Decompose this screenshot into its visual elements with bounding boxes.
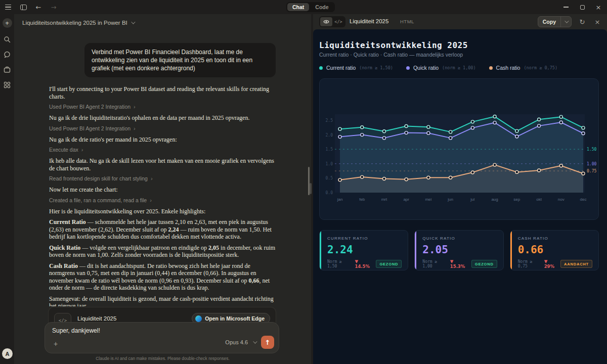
assistant-paragraph: I'll start by connecting to your Power B… (49, 85, 276, 100)
svg-text:1.00: 1.00 (587, 162, 596, 166)
assistant-paragraph: Nu ga ik de drie ratio's per maand in 20… (49, 136, 276, 144)
menu-icon[interactable] (4, 3, 12, 11)
user-avatar[interactable]: A (2, 348, 13, 359)
pane-resize-handle[interactable] (310, 183, 312, 194)
assistant-paragraph: Cash Ratio — dit is het aandachtspunt. D… (49, 262, 276, 292)
svg-text:jan: jan (337, 197, 343, 202)
edge-browser-icon (195, 315, 202, 322)
copy-dropdown-chevron[interactable] (560, 17, 571, 27)
search-icon[interactable] (4, 36, 11, 43)
legend-norm-label: (norm ≥ 1,50) (359, 65, 393, 70)
legend-item: Cash ratio(norm ≥ 0,75) (489, 65, 557, 71)
kpi-norm-text: Norm ≥ 0,75 (518, 259, 541, 268)
kpi-card: CASH RATIO0.66Norm ≥ 0,75▼ 29%AANDACHT (510, 230, 599, 270)
assistant-paragraph: Nu ga ik de drie liquiditeitsratio's oph… (49, 114, 276, 122)
refresh-icon[interactable]: ↻ (578, 17, 587, 26)
assistant-paragraph: Hier is de liquiditeitsontwikkeling over… (49, 208, 276, 215)
svg-text:1.50: 1.50 (587, 147, 596, 152)
legend-series-name: Cash ratio (496, 65, 521, 71)
svg-text:0.75: 0.75 (587, 169, 596, 173)
new-chat-button[interactable]: + (3, 18, 12, 28)
artifact-viewport: Liquiditeitsontwikkeling 2025 Current ra… (313, 29, 607, 364)
attach-plus-button[interactable]: + (51, 339, 60, 348)
send-button[interactable]: ↑ (261, 336, 274, 349)
legend-item: Quick ratio(norm ≥ 1,00) (406, 65, 476, 71)
titlebar: ← → Chat Code × (0, 0, 607, 14)
chat-scroll-area[interactable]: Verbind met Power BI Financieel Dashboar… (49, 43, 276, 306)
tool-use-label: Read frontend design skill for chart sty… (49, 175, 148, 181)
chats-icon[interactable] (4, 51, 11, 58)
apps-grid-icon[interactable] (4, 81, 11, 88)
preview-eye-icon[interactable] (320, 17, 332, 26)
artifact-pane: </> Liquiditeit 2025 HTML Copy ↻ × Liqui… (313, 14, 607, 364)
chevron-right-icon: › (134, 125, 136, 131)
tab-chat[interactable]: Chat (287, 3, 309, 11)
assistant-paragraph: Samengevat: de overall liquiditeit is ge… (49, 295, 276, 307)
svg-text:2.5: 2.5 (326, 118, 333, 123)
tool-use-row[interactable]: Read frontend design skill for chart sty… (49, 175, 276, 181)
tool-use-row[interactable]: Used Power BI Agent 2 Integration› (49, 125, 276, 131)
copy-button[interactable]: Copy (538, 16, 572, 27)
kpi-label: CURRENT RATIO (327, 236, 402, 241)
svg-text:sep: sep (513, 197, 520, 202)
assistant-paragraph: Ik heb alle data. Nu ga ik de skill leze… (49, 157, 276, 172)
tab-code[interactable]: Code (310, 3, 333, 11)
tool-use-label: Execute dax (49, 147, 78, 153)
tool-use-label: Created a file, ran a command, read a fi… (49, 197, 147, 203)
svg-text:dec: dec (580, 197, 587, 202)
artifact-chip-title: Liquiditeit 2025 (77, 315, 116, 322)
legend-dot-icon (319, 66, 323, 70)
legend-item: Current ratio(norm ≥ 1,50) (319, 65, 393, 71)
chart-page-title: Liquiditeitsontwikkeling 2025 (319, 40, 468, 50)
assistant-paragraph: Quick Ratio — volgde een vergelijkbaar p… (49, 244, 276, 259)
assistant-paragraph: Now let me create the chart: (49, 186, 276, 194)
close-window-button[interactable]: × (593, 2, 604, 13)
minimize-button[interactable] (560, 2, 572, 13)
model-selector[interactable]: Opus 4.6 (225, 339, 248, 345)
kpi-delta: ▼ 14.5% (355, 259, 372, 269)
sidebar-toggle-icon[interactable] (19, 3, 27, 11)
conversation-header[interactable]: Liquiditeitsontwikkeling 2025 in Power B… (22, 17, 134, 28)
svg-text:2.0: 2.0 (326, 133, 333, 138)
tool-use-row[interactable]: Execute dax› (49, 147, 276, 153)
projects-icon[interactable] (4, 66, 11, 73)
artifact-format-badge: HTML (400, 19, 414, 24)
kpi-value: 0.66 (518, 244, 592, 255)
chevron-right-icon: › (81, 147, 83, 153)
tool-use-label: Used Power BI Agent 2 Integration (49, 125, 131, 131)
composer-input[interactable]: Super, dankjewel! (52, 327, 100, 334)
kpi-accent-bar (510, 231, 512, 270)
chart-card: 1.501.000.752.52.01.51.00.50.0janfebmrta… (319, 78, 599, 220)
tool-use-row[interactable]: Created a file, ran a command, read a fi… (49, 197, 276, 203)
message-list: I'll start by connecting to your Power B… (49, 85, 276, 306)
svg-text:feb: feb (359, 197, 365, 202)
chart-page-subtitle: Current ratio · Quick ratio · Cash ratio… (319, 52, 463, 58)
tool-use-label: Used Power BI Agent 2 Integration (49, 104, 131, 110)
code-view-icon[interactable]: </> (332, 17, 344, 26)
kpi-row: CURRENT RATIO2.24Norm ≥ 1,50▼ 14.5%GEZON… (319, 230, 599, 270)
back-arrow-icon[interactable]: ← (34, 3, 42, 11)
kpi-delta: ▼ 29% (544, 259, 557, 269)
svg-text:jul: jul (470, 197, 474, 202)
svg-text:0.5: 0.5 (326, 176, 333, 180)
line-chart: 1.501.000.752.52.01.51.00.50.0janfebmrta… (320, 79, 599, 220)
kpi-value: 2.05 (422, 244, 497, 255)
kpi-value: 2.24 (327, 244, 402, 255)
preview-code-toggle: </> (319, 16, 345, 27)
legend-series-name: Quick ratio (413, 65, 439, 71)
kpi-norm-text: Norm ≥ 1,50 (327, 259, 351, 268)
tool-use-row[interactable]: Used Power BI Agent 2 Integration› (49, 104, 276, 110)
kpi-label: QUICK RATIO (422, 236, 497, 241)
close-panel-icon[interactable]: × (593, 17, 602, 26)
kpi-label: CASH RATIO (518, 236, 592, 241)
conversation-title: Liquiditeitsontwikkeling 2025 in Power B… (22, 20, 127, 26)
svg-text:1.5: 1.5 (326, 147, 333, 152)
kpi-status-badge: AANDACHT (560, 260, 592, 268)
svg-text:okt: okt (536, 197, 542, 202)
assistant-paragraph: Current Ratio — schommelde het hele jaar… (49, 218, 276, 241)
message-composer[interactable]: Super, dankjewel! + Opus 4.6 ↑ (45, 322, 279, 353)
chevron-down-icon[interactable] (253, 339, 257, 343)
forward-arrow-icon: → (50, 3, 58, 11)
maximize-button[interactable] (577, 2, 588, 13)
svg-text:1.0: 1.0 (326, 162, 333, 166)
